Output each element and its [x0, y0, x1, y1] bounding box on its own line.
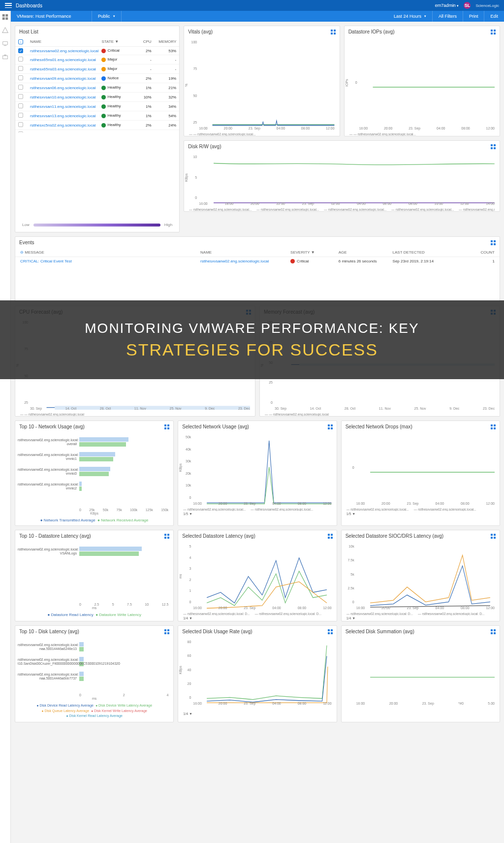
- panel-menu-icon[interactable]: [491, 30, 496, 34]
- panel-menu-icon[interactable]: [491, 629, 496, 634]
- panel-menu-icon[interactable]: [328, 424, 333, 429]
- vitals-panel: Vitals (avg) 100755025 % 16:0020:0023. S…: [184, 26, 340, 136]
- severity-slider[interactable]: Low High: [15, 218, 179, 232]
- col-last[interactable]: LAST DETECTED: [393, 250, 465, 255]
- row-checkbox[interactable]: [18, 103, 23, 108]
- selected-sioc-chart[interactable]: 10k7.5k5k2.5k0 16:0020:0023. Sep04:0008:…: [342, 542, 500, 616]
- event-row[interactable]: CRITICAL: Critical Event Test rstlhesxvs…: [15, 257, 500, 265]
- col-memory[interactable]: MEMORY: [152, 39, 177, 44]
- host-name[interactable]: rstlhesxvsan10.eng.sciencelogic.local: [30, 95, 101, 99]
- row-checkbox[interactable]: [18, 113, 23, 118]
- overlay-banner: MONITORING VMWARE PERFORMANCE: KEY STRAT…: [0, 300, 504, 379]
- diskrw-chart[interactable]: KBps 1050 16:0018:0020:0022:0023. Sep02:…: [184, 152, 500, 211]
- host-row[interactable]: rstlhesxvsan11.eng.sciencelogic.local He…: [15, 102, 179, 111]
- briefcase-icon[interactable]: [2, 54, 8, 60]
- bar-label: rstlhesxvsanw02.eng.sciencelogic.local: …: [18, 658, 77, 665]
- hamburger-menu-icon[interactable]: [5, 3, 12, 8]
- pager[interactable]: 1/4 ▼: [342, 616, 500, 621]
- breadcrumb[interactable]: VMware: Host Performance: [11, 11, 92, 22]
- select-all-checkbox[interactable]: −: [18, 39, 23, 44]
- bar: [79, 437, 128, 442]
- top10-datastore-panel: Top 10 - Datastore Latency (avg) rstlhes…: [15, 530, 174, 621]
- pager[interactable]: 1/5 ▼: [342, 511, 500, 517]
- host-row[interactable]: rstlhesxvsan09.eng.sciencelogic.local No…: [15, 74, 179, 83]
- row-checkbox[interactable]: [18, 75, 23, 80]
- selected-network-chart[interactable]: KBps 50k40k30k20k10k0 16:0020:0023. Sep0…: [178, 432, 336, 511]
- selected-drops-chart[interactable]: 0 16:0020:0023. Sep04:0008:0012:00 rstlh…: [342, 432, 500, 511]
- all-filters-button[interactable]: All Filters: [433, 11, 463, 22]
- panel-menu-icon[interactable]: [164, 534, 169, 539]
- col-message[interactable]: MESSAGE: [25, 250, 44, 255]
- host-name[interactable]: rstlhesx65ns03.eng.sciencelogic.local: [30, 67, 101, 71]
- col-name[interactable]: NAME: [30, 39, 101, 44]
- row-checkbox[interactable]: [18, 66, 23, 71]
- host-row[interactable]: ✓ rstlhesxvsanw02.eng.sciencelogic.local…: [15, 47, 179, 55]
- col-severity[interactable]: SEVERITY ▼: [290, 250, 339, 255]
- col-cpu[interactable]: CPU: [133, 39, 152, 44]
- host-row[interactable]: rstlhesx65ns01.eng.sciencelogic.local Ma…: [15, 55, 179, 65]
- col-name[interactable]: NAME: [200, 250, 290, 255]
- bar: [79, 677, 84, 681]
- selected-disk-rate-chart[interactable]: KBps 806040200 16:0020:0023. Sep04:0008:…: [178, 637, 336, 711]
- row-checkbox[interactable]: [18, 57, 23, 62]
- pager[interactable]: 1/4 ▼: [178, 616, 336, 621]
- bar-label: rstlhesxvsanw02.eng.sciencelogic.local: …: [18, 548, 77, 555]
- host-cpu: 10%: [133, 95, 152, 99]
- host-name[interactable]: rstlhesxvsan13.eng.sciencelogic.local: [30, 114, 101, 118]
- panel-menu-icon[interactable]: [491, 144, 496, 149]
- host-name[interactable]: rstlhesxvsan06.eng.sciencelogic.local: [30, 86, 101, 90]
- panel-menu-icon[interactable]: [164, 424, 169, 429]
- col-count[interactable]: COUNT: [465, 250, 495, 255]
- host-row[interactable]: rstlhesxc5ns02.eng.sciencelogic.local He…: [15, 121, 179, 130]
- nav-sidebar: [0, 11, 11, 843]
- vitals-chart[interactable]: 100755025 % 16:0020:0023. Sep04:0008:001…: [184, 37, 339, 136]
- visibility-dropdown[interactable]: Public ▾: [92, 11, 122, 22]
- dashboard-icon[interactable]: [2, 14, 8, 20]
- iops-chart[interactable]: IOPs 0 16:0020:0023. Sep04:0008:0012:00 …: [345, 37, 500, 136]
- bar: [79, 467, 110, 471]
- panel-title: Top 10 - Network Usage (avg): [19, 424, 85, 429]
- pager[interactable]: 1/4 ▼: [178, 711, 336, 716]
- host-row[interactable]: rstlhesxvsan06.eng.sciencelogic.local He…: [15, 83, 179, 93]
- host-cpu: -: [133, 58, 152, 62]
- host-name[interactable]: rstlhesxvsan11.eng.sciencelogic.local: [30, 104, 101, 109]
- pager[interactable]: 1/5 ▼: [178, 511, 336, 517]
- col-state[interactable]: STATE ▼: [101, 39, 132, 44]
- row-checkbox[interactable]: [18, 122, 23, 127]
- print-button[interactable]: Print: [463, 11, 485, 22]
- panel-menu-icon[interactable]: [328, 629, 333, 634]
- host-name[interactable]: rstlhesxvsanw02.eng.sciencelogic.local: [30, 49, 101, 53]
- user-menu[interactable]: em7admin ▾: [435, 3, 459, 8]
- top10-datastore-chart[interactable]: rstlhesxvsanw02.eng.sciencelogic.local: …: [15, 542, 173, 601]
- row-checkbox[interactable]: [18, 85, 23, 90]
- col-age[interactable]: AGE: [339, 250, 393, 255]
- host-state: Critical: [101, 48, 132, 53]
- row-checkbox[interactable]: ✓: [18, 48, 23, 53]
- top10-disk-chart[interactable]: rstlhesxvsanw02.eng.sciencelogic.local: …: [15, 637, 173, 691]
- severity-dot-icon: [290, 259, 295, 263]
- top10-network-chart[interactable]: rstlhesxvsanw02.eng.sciencelogic.local: …: [15, 432, 173, 506]
- host-name[interactable]: rstlhesxvsan09.eng.sciencelogic.local: [30, 76, 101, 81]
- host-row[interactable]: rstlhesxvsan13.eng.sciencelogic.local He…: [15, 111, 179, 121]
- row-checkbox[interactable]: [18, 94, 23, 99]
- panel-menu-icon[interactable]: [491, 534, 496, 539]
- app-title: Dashboards: [16, 3, 42, 8]
- panel-menu-icon[interactable]: [491, 240, 496, 245]
- host-row[interactable]: rstlhesx65ns03.eng.sciencelogic.local Ma…: [15, 65, 179, 74]
- panel-menu-icon[interactable]: [164, 629, 169, 634]
- panel-menu-icon[interactable]: [331, 30, 336, 34]
- selected-disk-summation-panel: Selected Disk Summation (avg) 16:0020:00…: [341, 625, 500, 722]
- host-row[interactable]: rstlhesxvsan10.eng.sciencelogic.local He…: [15, 93, 179, 102]
- edit-button[interactable]: Edit: [484, 11, 504, 22]
- time-range-dropdown[interactable]: Last 24 Hours ▾: [388, 11, 433, 22]
- selected-network-panel: Selected Network Usage (avg) KBps 50k40k…: [178, 421, 337, 526]
- selected-disk-summation-chart[interactable]: 16:0020:0023. Sep*#05.00: [342, 637, 500, 711]
- panel-menu-icon[interactable]: [491, 424, 496, 429]
- host-name[interactable]: rstlhesx65ns01.eng.sciencelogic.local: [30, 58, 101, 62]
- alert-icon[interactable]: [2, 27, 8, 33]
- host-list-rows[interactable]: ✓ rstlhesxvsanw02.eng.sciencelogic.local…: [15, 47, 179, 132]
- selected-dslat-chart[interactable]: ms 543210 16:0020:0023. Sep04:0008:0012:…: [178, 542, 336, 616]
- host-name[interactable]: rstlhesxc5ns02.eng.sciencelogic.local: [30, 123, 101, 128]
- device-icon[interactable]: [2, 40, 8, 47]
- panel-menu-icon[interactable]: [328, 534, 333, 539]
